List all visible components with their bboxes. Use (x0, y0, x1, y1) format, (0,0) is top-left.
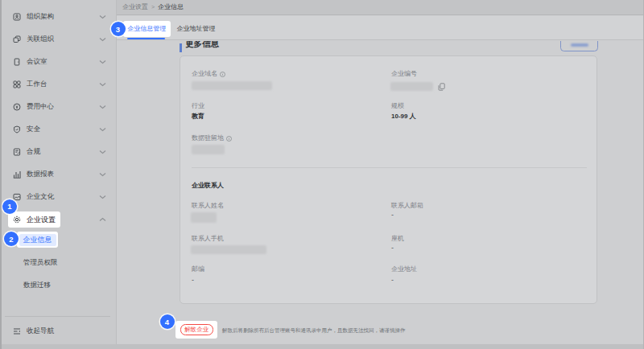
sidebar-item-label: 费用中心 (27, 102, 54, 112)
sidebar: 组织架构 关联组织 会议室 工作台 费用中心 安全 合规 数据报表 (0, 0, 117, 349)
info-icon[interactable] (220, 72, 225, 77)
step-badge-3: 3 (111, 22, 126, 36)
chevron-down-icon (99, 195, 106, 199)
chevron-down-icon (99, 127, 106, 132)
enterprise-admin-page: { "steps": { "one": "1", "two": "2", "th… (0, 0, 644, 349)
sidebar-item-admin-permissions[interactable]: 管理员权限 (0, 252, 117, 274)
gear-icon (13, 216, 21, 224)
breadcrumb: 企业设置 > 企业信息 (117, 0, 644, 15)
workspace-icon (13, 80, 21, 88)
sidebar-item-label: 安全 (27, 125, 40, 134)
redacted-value-domain (192, 81, 272, 90)
sidebar-item-security[interactable]: 安全 (0, 118, 117, 141)
chevron-down-icon (99, 105, 106, 109)
sidebar-divider (5, 316, 110, 317)
culture-icon (13, 193, 21, 201)
field-label-landline: 座机 (391, 235, 404, 243)
data-report-icon (13, 170, 21, 179)
dissolve-hint-text: 解散后将删除所有后台管理账号和通讯录中用户，且数据无法找回，请谨慎操作 (222, 326, 406, 335)
redacted-value-contact-mobile (191, 245, 266, 254)
sidebar-item-label: 企业设置 (27, 215, 56, 225)
field-value-contact-email: - (391, 211, 394, 219)
tab-bar: 企业信息管理 企业地址管理 (117, 16, 644, 40)
sidebar-item-label: 工作台 (27, 80, 47, 89)
chevron-down-icon (99, 150, 106, 154)
compliance-doc-icon (13, 148, 21, 156)
sidebar-item-data-report[interactable]: 数据报表 (0, 163, 117, 186)
active-tab-underline (127, 38, 165, 40)
collapse-nav-button[interactable]: 收起导航 (0, 320, 117, 343)
sidebar-item-compliance[interactable]: 合规 (0, 141, 117, 163)
main-content: 更多信息 企业域名 企业编号 行业 教育 规模 10-99 人 数据驻留地 企业… (117, 41, 644, 345)
sidebar-item-linked-org[interactable]: 关联组织 (0, 28, 117, 51)
field-value-postcode: - (192, 276, 194, 284)
linked-org-icon (13, 35, 21, 43)
security-shield-icon (13, 125, 21, 133)
dissolve-enterprise-button[interactable]: 解散企业 (180, 324, 213, 335)
field-label-contact-name: 联系人姓名 (192, 202, 224, 210)
chevron-up-icon (99, 217, 106, 222)
redacted-button-text (571, 43, 588, 47)
sidebar-item-org-structure[interactable]: 组织架构 (0, 6, 117, 28)
sidebar-item-label: 数据报表 (27, 170, 54, 179)
step-badge-4: 4 (160, 314, 175, 329)
chevron-down-icon (99, 37, 106, 42)
expense-center-icon (13, 103, 21, 111)
redacted-value-contact-name (191, 212, 217, 223)
sidebar-item-data-migration[interactable]: 数据迁移 (0, 274, 117, 297)
step-badge-1: 1 (2, 199, 17, 214)
field-label-scale: 规模 (391, 102, 404, 110)
collapse-nav-icon (13, 327, 21, 335)
field-label-industry: 行业 (192, 102, 204, 110)
sidebar-item-label: 合规 (27, 147, 40, 157)
field-value-industry: 教育 (192, 113, 204, 121)
chevron-down-icon (99, 172, 106, 177)
chevron-down-icon (99, 82, 106, 87)
enterprise-info-card: 企业域名 企业编号 行业 教育 规模 10-99 人 数据驻留地 企业联系人 联… (180, 55, 597, 304)
card-divider (192, 167, 587, 168)
section-title: 更多信息 (185, 41, 219, 51)
sidebar-item-culture[interactable]: 企业文化 (0, 186, 117, 208)
field-label-domain: 企业域名 (192, 70, 225, 78)
field-label-data-residency: 数据驻留地 (192, 134, 232, 142)
copy-icon[interactable] (438, 83, 445, 91)
field-value-landline: - (391, 244, 394, 252)
field-label-enterprise-address: 企业地址 (391, 265, 417, 273)
sidebar-item-workspace[interactable]: 工作台 (0, 73, 117, 96)
sidebar-item-label: 组织架构 (27, 12, 54, 22)
breadcrumb-current: 企业信息 (158, 2, 184, 11)
sidebar-item-enterprise-settings[interactable]: 企业设置 (0, 208, 117, 231)
window-left-edge (0, 0, 2, 349)
edit-info-button[interactable] (560, 41, 598, 52)
field-label-contact-mobile: 联系人手机 (192, 235, 224, 243)
window-bottom-strip (0, 344, 644, 349)
field-label-enterprise-id: 企业编号 (391, 70, 417, 78)
selected-nav-pill[interactable]: 企业信息 (19, 234, 56, 246)
redacted-value-enterprise-id (390, 82, 433, 91)
step-badge-2: 2 (4, 232, 19, 246)
breadcrumb-separator-icon: > (151, 4, 155, 10)
section-title-accent-bar (180, 43, 182, 52)
step-highlight-box: 企业信息 (17, 232, 58, 248)
step-highlight-box: 解散企业 (175, 321, 217, 339)
field-value-scale: 10-99 人 (391, 113, 416, 121)
meeting-room-icon (13, 58, 21, 66)
breadcrumb-parent[interactable]: 企业设置 (122, 2, 148, 11)
field-value-enterprise-address: - (391, 276, 394, 284)
tab-enterprise-info-management[interactable]: 企业信息管理 (123, 21, 171, 37)
chevron-down-icon (99, 60, 106, 64)
sidebar-item-meeting-room[interactable]: 会议室 (0, 51, 117, 73)
field-label-postcode: 邮编 (192, 265, 204, 273)
contact-section-title: 企业联系人 (192, 181, 224, 190)
org-structure-icon (13, 13, 21, 21)
redacted-value-data-residency (192, 145, 225, 154)
tab-enterprise-address-management[interactable]: 企业地址管理 (177, 21, 216, 37)
sidebar-item-label: 会议室 (27, 57, 47, 67)
sidebar-item-label: 关联组织 (27, 35, 54, 44)
field-label-contact-email: 联系人邮箱 (391, 202, 423, 210)
sidebar-item-label: 企业文化 (27, 192, 54, 202)
sidebar-item-expense-center[interactable]: 费用中心 (0, 96, 117, 118)
chevron-down-icon (99, 14, 106, 19)
info-icon[interactable] (226, 136, 232, 142)
